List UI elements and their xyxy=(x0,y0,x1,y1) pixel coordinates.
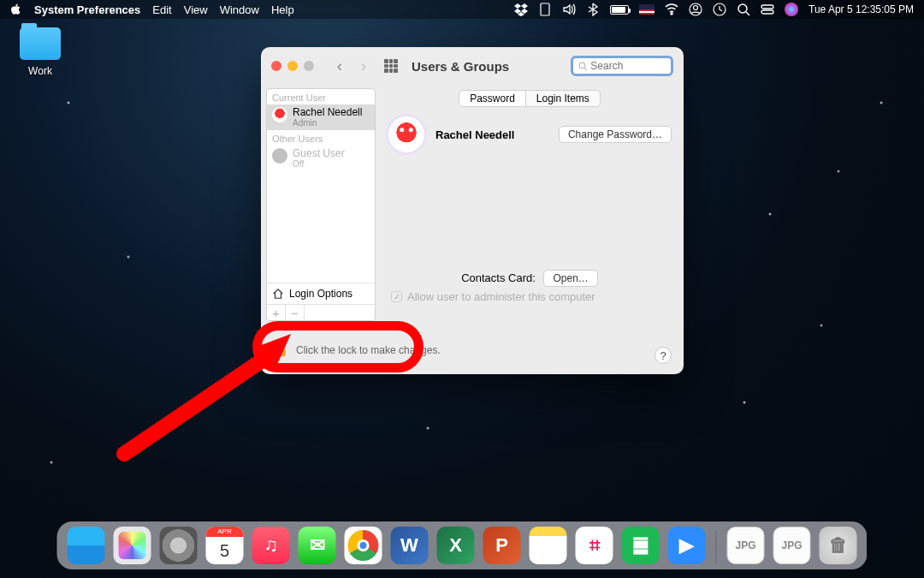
administer-checkbox-row: ✓ Allow user to administer this computer xyxy=(391,290,595,303)
svg-point-5 xyxy=(738,4,747,13)
tab-bar: Password Login Items xyxy=(388,90,672,107)
dock-recent-doc-2[interactable]: JPG xyxy=(773,527,811,564)
user-avatar[interactable] xyxy=(388,116,425,153)
menu-datetime[interactable]: Tue Apr 5 12:35:05 PM xyxy=(808,3,914,15)
open-contacts-button[interactable]: Open… xyxy=(543,270,597,287)
siri-icon[interactable] xyxy=(785,3,798,16)
back-button[interactable]: ‹ xyxy=(331,57,348,75)
other-users-label: Other Users xyxy=(267,130,375,146)
dock-recent-doc-1[interactable]: JPG xyxy=(727,527,765,564)
dock-app-slack[interactable]: ⌗ xyxy=(576,527,613,564)
dock-app-calendar[interactable]: APR 5 xyxy=(206,527,244,564)
add-user-button[interactable]: + xyxy=(267,305,286,320)
window-title: Users & Groups xyxy=(412,59,509,74)
guest-user-role: Off xyxy=(293,159,345,169)
sidebar-current-user[interactable]: Rachel Needell Admin xyxy=(267,104,375,130)
dock-app-launchpad[interactable] xyxy=(114,527,151,564)
dock-app-finder[interactable] xyxy=(68,527,105,564)
dock-app-powerpoint[interactable]: P xyxy=(483,527,521,564)
user-full-name: Rachel Needell xyxy=(435,128,515,141)
folder-label: Work xyxy=(10,65,70,77)
dock-app-system-preferences[interactable] xyxy=(160,527,198,564)
svg-point-8 xyxy=(579,63,584,68)
dock-app-chrome[interactable] xyxy=(345,527,382,564)
apple-logo-icon[interactable] xyxy=(10,3,22,15)
battery-icon[interactable] xyxy=(610,5,629,15)
cursor-icon xyxy=(268,345,280,361)
window-close-button[interactable] xyxy=(271,61,281,71)
administer-checkbox[interactable]: ✓ xyxy=(391,291,402,302)
spotlight-icon[interactable] xyxy=(737,3,750,16)
dock-trash[interactable]: 🗑 xyxy=(820,527,857,564)
current-user-label: Current User xyxy=(267,89,375,104)
dock-divider xyxy=(716,530,717,564)
dock-app-messages[interactable]: ✉ xyxy=(299,527,336,564)
help-button[interactable]: ? xyxy=(654,347,672,364)
user-icon[interactable] xyxy=(689,3,702,16)
change-password-button[interactable]: Change Password… xyxy=(559,126,672,143)
lock-text: Click the lock to make changes. xyxy=(296,344,441,356)
user-sidebar: Current User Rachel Needell Admin Other … xyxy=(266,88,376,321)
administer-label: Allow user to administer this computer xyxy=(407,290,595,303)
dropbox-icon[interactable] xyxy=(514,3,528,16)
search-field[interactable] xyxy=(571,56,673,76)
menu-window[interactable]: Window xyxy=(220,3,259,16)
dock-app-notes[interactable] xyxy=(530,527,567,564)
window-footer: Click the lock to make changes. ? xyxy=(261,326,684,374)
menu-bar: System Preferences Edit View Window Help… xyxy=(0,0,924,19)
dock-app-music[interactable]: ♫ xyxy=(252,527,290,564)
calendar-day: 5 xyxy=(206,537,244,564)
add-remove-bar: + − xyxy=(267,304,375,320)
login-options[interactable]: Login Options xyxy=(267,283,375,304)
menu-view[interactable]: View xyxy=(184,3,208,16)
current-user-role: Admin xyxy=(293,118,362,128)
svg-rect-6 xyxy=(761,5,773,9)
window-minimize-button[interactable] xyxy=(287,61,298,71)
dock-app-zoom[interactable]: ▶ xyxy=(668,527,706,564)
desktop-folder-work[interactable]: Work xyxy=(10,27,70,77)
dock-app-word[interactable]: W xyxy=(391,527,429,564)
tab-login-items[interactable]: Login Items xyxy=(526,90,601,107)
login-options-label: Login Options xyxy=(289,288,352,300)
contacts-card-label: Contacts Card: xyxy=(461,271,536,284)
remove-user-button[interactable]: − xyxy=(286,305,305,320)
main-pane: Password Login Items Rachel Needell Chan… xyxy=(376,85,684,326)
svg-point-1 xyxy=(671,13,672,15)
bluetooth-icon[interactable] xyxy=(586,3,600,16)
control-center-icon[interactable] xyxy=(761,3,774,16)
sidebar-guest-user[interactable]: Guest User Off xyxy=(267,146,375,171)
tab-password[interactable]: Password xyxy=(459,90,526,107)
current-user-name: Rachel Needell xyxy=(293,107,362,118)
svg-rect-0 xyxy=(541,3,549,15)
input-source-flag-icon[interactable] xyxy=(639,4,654,15)
wifi-icon[interactable] xyxy=(665,3,678,16)
svg-point-3 xyxy=(694,6,698,10)
search-icon xyxy=(578,61,587,71)
search-input[interactable] xyxy=(590,60,666,72)
clock-icon[interactable] xyxy=(713,3,726,16)
menu-app-name[interactable]: System Preferences xyxy=(34,3,140,16)
calendar-month: APR xyxy=(206,527,244,537)
avatar-icon xyxy=(272,148,287,164)
window-titlebar: ‹ › Users & Groups xyxy=(261,47,684,85)
guest-user-name: Guest User xyxy=(293,148,345,159)
dock: APR 5 ♫ ✉ W X P ⌗ ䷀ ▶ JPG JPG 🗑 xyxy=(57,521,868,569)
dock-app-spotify[interactable]: ䷀ xyxy=(622,527,660,564)
house-icon xyxy=(272,288,284,300)
menu-edit[interactable]: Edit xyxy=(152,3,171,16)
folder-icon xyxy=(20,27,61,60)
window-zoom-button[interactable] xyxy=(304,61,314,71)
traffic-lights xyxy=(271,61,314,71)
users-and-groups-window: ‹ › Users & Groups Current User Rachel N… xyxy=(261,47,684,374)
show-all-icon[interactable] xyxy=(384,59,398,73)
lock-area[interactable]: Click the lock to make changes. xyxy=(275,343,441,358)
disk-icon[interactable] xyxy=(538,3,552,16)
svg-rect-7 xyxy=(761,10,773,14)
avatar-icon xyxy=(272,107,287,122)
menu-help[interactable]: Help xyxy=(271,3,294,16)
svg-line-11 xyxy=(124,355,270,454)
dock-app-excel[interactable]: X xyxy=(437,527,475,564)
forward-button[interactable]: › xyxy=(355,57,372,75)
volume-icon[interactable] xyxy=(562,3,576,16)
